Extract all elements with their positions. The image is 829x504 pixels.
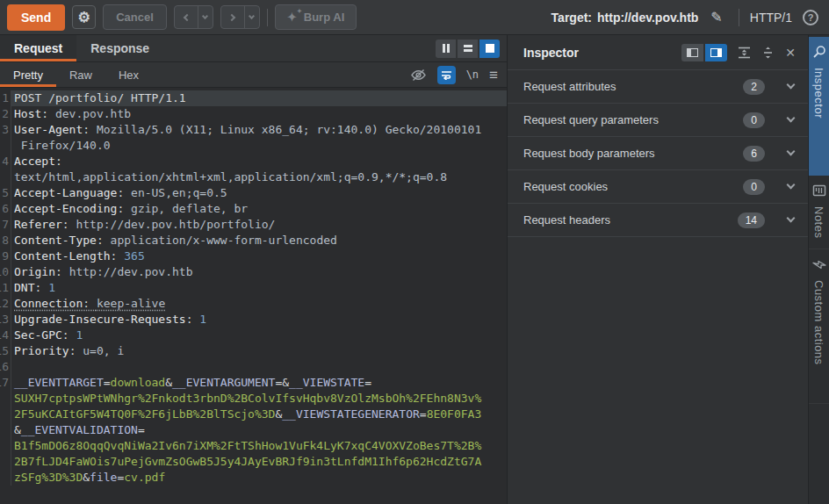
- editor-toolbar: Pretty Raw Hex \n ≡: [0, 62, 507, 88]
- editor-line[interactable]: 14Sec-GPC: 1: [0, 328, 507, 343]
- word-wrap-button[interactable]: [437, 66, 456, 84]
- burp-ai-button[interactable]: ✦ Burp AI: [275, 4, 357, 30]
- panel-left-icon: [687, 48, 698, 57]
- line-number: 6: [0, 201, 11, 217]
- editor-menu-icon[interactable]: ≡: [489, 68, 498, 83]
- tab-raw[interactable]: Raw: [56, 62, 105, 87]
- line-number: 4: [0, 154, 11, 169]
- chevron-down-icon: [787, 114, 796, 123]
- editor-line-text: &__EVENTVALIDATION=: [11, 422, 507, 438]
- editor-line[interactable]: 2Host: dev.pov.htb: [0, 106, 507, 122]
- editor-line[interactable]: 13Upgrade-Insecure-Requests: 1: [0, 312, 507, 328]
- editor-line[interactable]: zSFg%3D%3D&file=cv.pdf: [0, 470, 507, 486]
- editor-line[interactable]: 2F5uKCAItGF5W4TQ0F%2F6jLbB%2BlTScjo%3D&_…: [0, 407, 507, 422]
- editor-line[interactable]: 16: [0, 359, 507, 375]
- line-number: 1: [0, 90, 11, 106]
- side-tab-custom-actions[interactable]: Custom actions: [809, 249, 829, 404]
- line-number: 17: [0, 375, 11, 391]
- line-number: [0, 454, 11, 470]
- magnifier-icon: [812, 45, 826, 59]
- editor-line[interactable]: 1POST /portfolio/ HTTP/1.1: [0, 90, 507, 106]
- editor-line-text: SUXH7cptpsWPtWNhgr%2Fnkodt3rbnD%2BColvIf…: [11, 391, 507, 407]
- dock-left-button[interactable]: [681, 44, 703, 61]
- editor-line[interactable]: 7Referer: http://dev.pov.htb/portfolio/: [0, 217, 507, 233]
- line-number: 12: [0, 296, 11, 312]
- inspector-section-headers[interactable]: Request headers 14: [508, 204, 808, 237]
- target-url: http://dev.pov.htb: [597, 11, 698, 25]
- inspector-section-request-attributes[interactable]: Request attributes 2: [508, 70, 808, 104]
- editor-line[interactable]: 4Accept:: [0, 154, 507, 169]
- line-number: [0, 470, 11, 486]
- editor-line[interactable]: 9Content-Length: 365: [0, 248, 507, 264]
- collapse-all-icon[interactable]: [761, 47, 775, 59]
- edit-target-icon[interactable]: ✎: [710, 9, 722, 25]
- editor-line-text: Sec-GPC: 1: [11, 328, 507, 343]
- forward-button[interactable]: [221, 6, 244, 28]
- hide-nonprinting-icon[interactable]: [410, 68, 427, 82]
- dock-right-button[interactable]: [705, 44, 727, 61]
- editor-line[interactable]: 8Content-Type: application/x-www-form-ur…: [0, 233, 507, 248]
- editor-line-text: Accept:: [11, 154, 507, 169]
- editor-line[interactable]: B1f5mDO6z8OqqQvqNiWa2Iv6n7iXM%2FtTShHow1…: [0, 438, 507, 454]
- side-tab-notes[interactable]: Notes: [809, 176, 829, 249]
- layout-single-button[interactable]: [479, 40, 500, 58]
- count-badge: 2: [743, 79, 765, 95]
- sparkle-icon: ✦: [287, 11, 297, 23]
- layout-toggle-group: [436, 40, 500, 58]
- editor-line-text: Firefox/140.0: [11, 138, 507, 154]
- message-tabs: Request Response: [0, 35, 507, 62]
- request-editor[interactable]: 1POST /portfolio/ HTTP/1.12Host: dev.pov…: [0, 88, 507, 504]
- layout-rows-button[interactable]: [458, 40, 478, 58]
- tab-hex[interactable]: Hex: [105, 62, 152, 87]
- editor-line[interactable]: text/html,application/xhtml+xml,applicat…: [0, 169, 507, 185]
- line-number: [0, 138, 11, 154]
- editor-line[interactable]: 17__EVENTTARGET=download&__EVENTARGUMENT…: [0, 375, 507, 391]
- expand-all-icon[interactable]: [738, 47, 751, 59]
- editor-line[interactable]: 11DNT: 1: [0, 280, 507, 296]
- editor-line[interactable]: 6Accept-Encoding: gzip, deflate, br: [0, 201, 507, 217]
- chevron-right-icon: [228, 13, 235, 20]
- history-forward-split-button: [220, 5, 260, 29]
- inspector-section-cookies[interactable]: Request cookies 0: [508, 170, 808, 204]
- cancel-button[interactable]: Cancel: [103, 4, 167, 30]
- help-icon[interactable]: ?: [803, 10, 818, 25]
- send-settings-button[interactable]: ⚙: [72, 5, 96, 29]
- inspector-title: Inspector: [523, 46, 579, 60]
- tab-request[interactable]: Request: [0, 35, 76, 61]
- rows-icon: [464, 45, 472, 52]
- chevron-left-icon: [184, 13, 191, 20]
- editor-line[interactable]: 3User-Agent: Mozilla/5.0 (X11; Linux x86…: [0, 122, 507, 138]
- side-tab-strip: Inspector Notes Custom actions: [808, 35, 829, 504]
- forward-dropdown-button[interactable]: [244, 6, 259, 28]
- panel-right-icon: [710, 48, 722, 57]
- tab-pretty[interactable]: Pretty: [0, 62, 56, 87]
- send-button[interactable]: Send: [7, 4, 65, 31]
- columns-icon: [443, 44, 445, 53]
- editor-line[interactable]: 12Connection: keep-alive: [0, 296, 507, 312]
- tab-response[interactable]: Response: [76, 35, 163, 61]
- editor-line[interactable]: 15Priority: u=0, i: [0, 343, 507, 359]
- line-number: [0, 169, 11, 185]
- count-badge: 0: [743, 179, 765, 195]
- back-button[interactable]: [175, 6, 198, 28]
- editor-line[interactable]: SUXH7cptpsWPtWNhgr%2Fnkodt3rbnD%2BColvIf…: [0, 391, 507, 407]
- line-number: 7: [0, 217, 11, 233]
- inspector-section-body-parameters[interactable]: Request body parameters 6: [508, 137, 808, 170]
- toolbar: Send ⚙ Cancel ✦ Burp AI Target: http://d…: [0, 0, 829, 35]
- back-dropdown-button[interactable]: [198, 6, 213, 28]
- show-newlines-button[interactable]: \n: [466, 68, 479, 81]
- gear-icon: ⚙: [78, 9, 90, 25]
- close-icon[interactable]: ✕: [785, 46, 796, 60]
- editor-line[interactable]: Firefox/140.0: [0, 138, 507, 154]
- editor-line[interactable]: &__EVENTVALIDATION=: [0, 422, 507, 438]
- editor-line-text: text/html,application/xhtml+xml,applicat…: [11, 169, 507, 185]
- editor-line-text: Content-Length: 365: [11, 248, 507, 264]
- inspector-section-query-parameters[interactable]: Request query parameters 0: [508, 104, 808, 137]
- editor-line-text: B1f5mDO6z8OqqQvqNiWa2Iv6n7iXM%2FtTShHow1…: [11, 438, 507, 454]
- layout-columns-button[interactable]: [436, 40, 456, 58]
- editor-line[interactable]: 5Accept-Language: en-US,en;q=0.5: [0, 185, 507, 201]
- line-number: 14: [0, 328, 11, 343]
- editor-line[interactable]: 10Origin: http://dev.pov.htb: [0, 264, 507, 280]
- editor-line[interactable]: 2B7fLJD4FaWOis7uPejGvmZsOGwB5J5y4JAyEvBR…: [0, 454, 507, 470]
- side-tab-inspector[interactable]: Inspector: [809, 37, 829, 176]
